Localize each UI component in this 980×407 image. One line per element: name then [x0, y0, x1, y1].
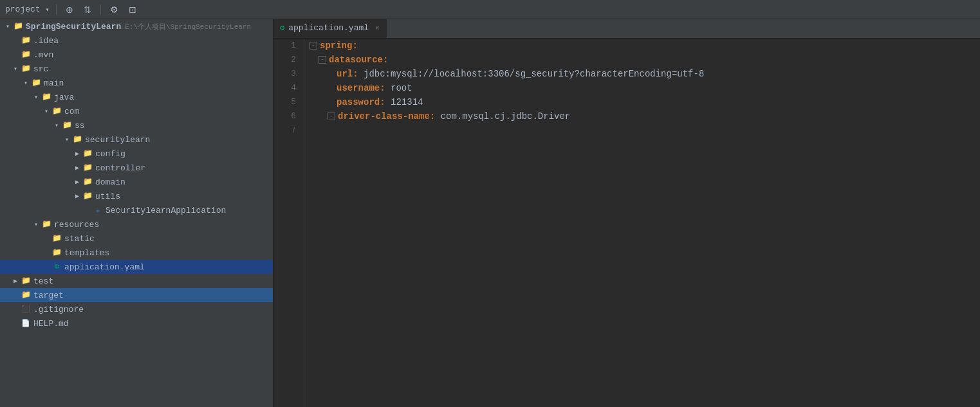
- securitylearn-label: securitylearn: [85, 135, 150, 145]
- main-folder-icon: 📁: [31, 78, 41, 88]
- sidebar-item-java[interactable]: ▾ 📁 java: [0, 90, 273, 104]
- sidebar-item-mvn[interactable]: 📁 .mvn: [0, 48, 273, 62]
- domain-arrow-icon: ▶: [72, 178, 82, 186]
- tab-application-yaml[interactable]: ⚙ application.yaml ×: [273, 19, 387, 38]
- test-folder-icon: 📁: [21, 276, 31, 286]
- sidebar-item-helpmd[interactable]: 📄 HELP.md: [0, 316, 273, 330]
- fold-icon-1[interactable]: -: [310, 42, 317, 50]
- config-folder-icon: 📁: [82, 149, 93, 159]
- code-line-6: - driver-class-name: com.mysql.cj.jdbc.D…: [310, 109, 980, 123]
- yaml-label: application.yaml: [64, 262, 145, 272]
- fold-icon-2[interactable]: -: [319, 56, 326, 64]
- target-label: target: [33, 291, 64, 300]
- java-folder-icon: 📁: [41, 92, 51, 102]
- project-name: SpringSecurityLearn: [26, 22, 121, 32]
- main-layout: ▾ 📁 SpringSecurityLearn E:\个人项目\SpringSe…: [0, 19, 980, 407]
- securitylearn-arrow-icon: ▾: [62, 136, 72, 143]
- test-label: test: [33, 276, 53, 286]
- code-line-4: username: root: [310, 81, 980, 95]
- project-path: E:\个人项目\SpringSecurityLearn: [125, 22, 251, 32]
- sidebar-item-static[interactable]: 📁 static: [0, 231, 273, 246]
- securitylearn-folder-icon: 📁: [72, 134, 82, 145]
- code-datasource-key: datasource:: [329, 53, 388, 67]
- resources-arrow-icon: ▾: [31, 221, 41, 228]
- code-spring-key: spring:: [320, 39, 358, 53]
- fold-icon-6[interactable]: -: [328, 113, 335, 120]
- ss-label: ss: [75, 121, 85, 131]
- com-arrow-icon: ▾: [41, 107, 51, 115]
- code-password-val: 121314: [385, 95, 423, 109]
- line-num-1: 1: [279, 39, 296, 53]
- sidebar-item-domain[interactable]: ▶ 📁 domain: [0, 175, 273, 189]
- code-line-2: - datasource:: [310, 53, 980, 67]
- yaml-file-icon: ⚙: [51, 262, 62, 272]
- sidebar-item-project-root[interactable]: ▾ 📁 SpringSecurityLearn E:\个人项目\SpringSe…: [0, 19, 273, 33]
- code-username-val: root: [385, 81, 412, 95]
- code-driver-val: com.mysql.cj.jdbc.Driver: [435, 109, 570, 123]
- tab-yaml-icon: ⚙: [280, 23, 284, 33]
- toolbar-separator-2: [100, 5, 101, 15]
- sidebar-item-ss[interactable]: ▾ 📁 ss: [0, 118, 273, 132]
- gitignore-icon: ⬛: [21, 304, 31, 314]
- add-button[interactable]: ⊕: [63, 3, 76, 16]
- code-driver-key: driver-class-name:: [338, 109, 435, 123]
- sidebar-item-config[interactable]: ▶ 📁 config: [0, 147, 273, 161]
- com-folder-icon: 📁: [51, 106, 62, 116]
- tab-close-button[interactable]: ×: [375, 24, 380, 32]
- sidebar-item-securitylearn[interactable]: ▾ 📁 securitylearn: [0, 132, 273, 147]
- sidebar-item-gitignore[interactable]: ⬛ .gitignore: [0, 302, 273, 316]
- settings-button[interactable]: ⚙: [107, 3, 121, 16]
- sidebar-item-target[interactable]: 📁 target: [0, 288, 273, 302]
- toolbar: project ▾ ⊕ ⇅ ⚙ ⊡: [0, 0, 980, 19]
- code-editor[interactable]: 1 2 3 4 5 6 7 - spring: - datasource:: [273, 39, 980, 407]
- code-line-5: password: 121314: [310, 95, 980, 109]
- controller-arrow-icon: ▶: [72, 164, 82, 172]
- dropdown-arrow-icon[interactable]: ▾: [46, 6, 50, 14]
- line-numbers: 1 2 3 4 5 6 7: [273, 39, 304, 407]
- static-label: static: [64, 234, 95, 244]
- project-label: project: [5, 5, 41, 14]
- sidebar-item-main[interactable]: ▾ 📁 main: [0, 76, 273, 90]
- tab-yaml-label: application.yaml: [288, 23, 369, 33]
- sidebar: ▾ 📁 SpringSecurityLearn E:\个人项目\SpringSe…: [0, 19, 273, 407]
- sort-button[interactable]: ⇅: [81, 3, 94, 16]
- test-arrow-icon: ▶: [10, 277, 21, 285]
- sidebar-item-resources[interactable]: ▾ 📁 resources: [0, 217, 273, 231]
- mvn-label: .mvn: [33, 50, 53, 60]
- code-password-key: password:: [337, 95, 385, 109]
- src-label: src: [33, 64, 48, 74]
- code-line-3: url: jdbc:mysql://localhost:3306/sg_secu…: [310, 67, 980, 81]
- ss-folder-icon: 📁: [62, 120, 72, 131]
- utils-folder-icon: 📁: [82, 191, 93, 201]
- ss-arrow-icon: ▾: [51, 122, 62, 129]
- line-num-2: 2: [279, 53, 296, 67]
- src-arrow-icon: ▾: [10, 65, 21, 73]
- project-folder-icon: 📁: [13, 21, 23, 32]
- sidebar-item-app-class[interactable]: ☕ SecuritylearnApplication: [0, 203, 273, 217]
- mvn-folder-icon: 📁: [21, 50, 31, 60]
- resources-folder-icon: 📁: [41, 219, 51, 230]
- sidebar-item-test[interactable]: ▶ 📁 test: [0, 274, 273, 288]
- sidebar-item-idea[interactable]: 📁 .idea: [0, 33, 273, 48]
- toolbar-separator-1: [56, 5, 57, 15]
- target-folder-icon: 📁: [21, 290, 31, 300]
- line-num-5: 5: [279, 95, 296, 109]
- helpmd-label: HELP.md: [33, 319, 69, 329]
- com-label: com: [64, 107, 79, 116]
- templates-label: templates: [64, 248, 109, 258]
- sidebar-item-src[interactable]: ▾ 📁 src: [0, 62, 273, 76]
- sidebar-item-application-yaml[interactable]: ⚙ application.yaml: [0, 260, 273, 274]
- sidebar-item-com[interactable]: ▾ 📁 com: [0, 104, 273, 118]
- idea-folder-icon: 📁: [21, 35, 31, 46]
- sidebar-item-controller[interactable]: ▶ 📁 controller: [0, 161, 273, 175]
- java-arrow-icon: ▾: [31, 93, 41, 101]
- code-url-val: jdbc:mysql://localhost:3306/sg_security?…: [358, 67, 705, 81]
- sidebar-item-templates[interactable]: 📁 templates: [0, 246, 273, 260]
- controller-folder-icon: 📁: [82, 163, 93, 173]
- sidebar-item-utils[interactable]: ▶ 📁 utils: [0, 189, 273, 203]
- domain-folder-icon: 📁: [82, 177, 93, 187]
- static-folder-icon: 📁: [51, 233, 62, 244]
- line-num-4: 4: [279, 81, 296, 95]
- code-line-7: [310, 123, 980, 138]
- layout-button[interactable]: ⊡: [126, 3, 139, 16]
